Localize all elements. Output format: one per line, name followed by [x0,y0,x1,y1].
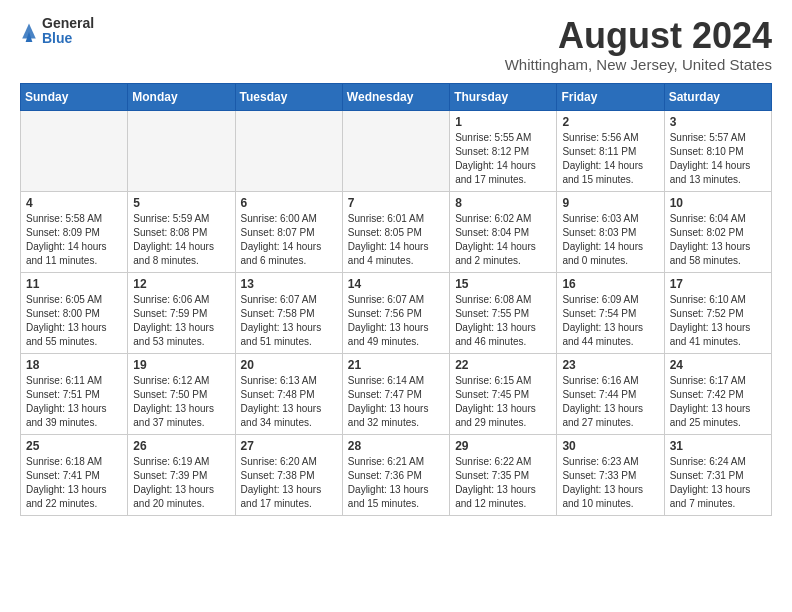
day-number: 30 [562,439,658,453]
location-title: Whittingham, New Jersey, United States [505,56,772,73]
calendar-cell: 4Sunrise: 5:58 AM Sunset: 8:09 PM Daylig… [21,191,128,272]
day-info: Sunrise: 6:14 AM Sunset: 7:47 PM Dayligh… [348,374,444,430]
calendar-week-row: 25Sunrise: 6:18 AM Sunset: 7:41 PM Dayli… [21,434,772,515]
day-info: Sunrise: 6:12 AM Sunset: 7:50 PM Dayligh… [133,374,229,430]
calendar-cell: 1Sunrise: 5:55 AM Sunset: 8:12 PM Daylig… [450,110,557,191]
day-info: Sunrise: 6:16 AM Sunset: 7:44 PM Dayligh… [562,374,658,430]
day-number: 6 [241,196,337,210]
calendar-week-row: 11Sunrise: 6:05 AM Sunset: 8:00 PM Dayli… [21,272,772,353]
day-number: 17 [670,277,766,291]
logo-general: General [42,16,94,31]
day-info: Sunrise: 6:09 AM Sunset: 7:54 PM Dayligh… [562,293,658,349]
header-sunday: Sunday [21,83,128,110]
logo: General Blue [20,16,94,47]
day-info: Sunrise: 6:17 AM Sunset: 7:42 PM Dayligh… [670,374,766,430]
day-number: 7 [348,196,444,210]
day-number: 5 [133,196,229,210]
day-info: Sunrise: 5:57 AM Sunset: 8:10 PM Dayligh… [670,131,766,187]
day-number: 20 [241,358,337,372]
day-info: Sunrise: 6:13 AM Sunset: 7:48 PM Dayligh… [241,374,337,430]
calendar-cell: 17Sunrise: 6:10 AM Sunset: 7:52 PM Dayli… [664,272,771,353]
page-header: General Blue August 2024 Whittingham, Ne… [20,16,772,73]
day-number: 23 [562,358,658,372]
day-info: Sunrise: 6:00 AM Sunset: 8:07 PM Dayligh… [241,212,337,268]
header-friday: Friday [557,83,664,110]
calendar-cell: 7Sunrise: 6:01 AM Sunset: 8:05 PM Daylig… [342,191,449,272]
calendar-cell: 6Sunrise: 6:00 AM Sunset: 8:07 PM Daylig… [235,191,342,272]
calendar-cell: 21Sunrise: 6:14 AM Sunset: 7:47 PM Dayli… [342,353,449,434]
day-info: Sunrise: 6:02 AM Sunset: 8:04 PM Dayligh… [455,212,551,268]
day-info: Sunrise: 6:07 AM Sunset: 7:58 PM Dayligh… [241,293,337,349]
calendar-cell: 15Sunrise: 6:08 AM Sunset: 7:55 PM Dayli… [450,272,557,353]
day-number: 22 [455,358,551,372]
day-info: Sunrise: 6:11 AM Sunset: 7:51 PM Dayligh… [26,374,122,430]
day-number: 19 [133,358,229,372]
calendar-cell: 27Sunrise: 6:20 AM Sunset: 7:38 PM Dayli… [235,434,342,515]
day-number: 13 [241,277,337,291]
day-info: Sunrise: 5:55 AM Sunset: 8:12 PM Dayligh… [455,131,551,187]
day-info: Sunrise: 6:18 AM Sunset: 7:41 PM Dayligh… [26,455,122,511]
day-info: Sunrise: 6:07 AM Sunset: 7:56 PM Dayligh… [348,293,444,349]
calendar-cell: 13Sunrise: 6:07 AM Sunset: 7:58 PM Dayli… [235,272,342,353]
calendar-cell [128,110,235,191]
day-number: 11 [26,277,122,291]
title-section: August 2024 Whittingham, New Jersey, Uni… [505,16,772,73]
calendar-cell: 8Sunrise: 6:02 AM Sunset: 8:04 PM Daylig… [450,191,557,272]
calendar-week-row: 18Sunrise: 6:11 AM Sunset: 7:51 PM Dayli… [21,353,772,434]
day-number: 10 [670,196,766,210]
day-number: 8 [455,196,551,210]
calendar-cell: 24Sunrise: 6:17 AM Sunset: 7:42 PM Dayli… [664,353,771,434]
day-number: 18 [26,358,122,372]
calendar-cell: 10Sunrise: 6:04 AM Sunset: 8:02 PM Dayli… [664,191,771,272]
month-title: August 2024 [505,16,772,56]
calendar-header-row: SundayMondayTuesdayWednesdayThursdayFrid… [21,83,772,110]
day-info: Sunrise: 6:01 AM Sunset: 8:05 PM Dayligh… [348,212,444,268]
day-info: Sunrise: 6:22 AM Sunset: 7:35 PM Dayligh… [455,455,551,511]
day-number: 29 [455,439,551,453]
logo-text: General Blue [42,16,94,47]
day-number: 4 [26,196,122,210]
day-info: Sunrise: 6:08 AM Sunset: 7:55 PM Dayligh… [455,293,551,349]
header-wednesday: Wednesday [342,83,449,110]
day-info: Sunrise: 6:19 AM Sunset: 7:39 PM Dayligh… [133,455,229,511]
calendar-cell: 18Sunrise: 6:11 AM Sunset: 7:51 PM Dayli… [21,353,128,434]
header-saturday: Saturday [664,83,771,110]
calendar-cell: 26Sunrise: 6:19 AM Sunset: 7:39 PM Dayli… [128,434,235,515]
day-info: Sunrise: 6:20 AM Sunset: 7:38 PM Dayligh… [241,455,337,511]
day-number: 27 [241,439,337,453]
day-info: Sunrise: 6:06 AM Sunset: 7:59 PM Dayligh… [133,293,229,349]
day-number: 15 [455,277,551,291]
calendar-cell: 12Sunrise: 6:06 AM Sunset: 7:59 PM Dayli… [128,272,235,353]
calendar-cell: 22Sunrise: 6:15 AM Sunset: 7:45 PM Dayli… [450,353,557,434]
day-number: 1 [455,115,551,129]
calendar-cell: 5Sunrise: 5:59 AM Sunset: 8:08 PM Daylig… [128,191,235,272]
header-thursday: Thursday [450,83,557,110]
calendar-cell: 2Sunrise: 5:56 AM Sunset: 8:11 PM Daylig… [557,110,664,191]
calendar-cell [342,110,449,191]
calendar-cell: 29Sunrise: 6:22 AM Sunset: 7:35 PM Dayli… [450,434,557,515]
logo-icon [20,20,38,42]
day-info: Sunrise: 6:03 AM Sunset: 8:03 PM Dayligh… [562,212,658,268]
day-number: 14 [348,277,444,291]
calendar-cell: 20Sunrise: 6:13 AM Sunset: 7:48 PM Dayli… [235,353,342,434]
day-info: Sunrise: 6:21 AM Sunset: 7:36 PM Dayligh… [348,455,444,511]
calendar-cell: 23Sunrise: 6:16 AM Sunset: 7:44 PM Dayli… [557,353,664,434]
calendar-cell: 25Sunrise: 6:18 AM Sunset: 7:41 PM Dayli… [21,434,128,515]
day-info: Sunrise: 5:59 AM Sunset: 8:08 PM Dayligh… [133,212,229,268]
calendar-cell: 30Sunrise: 6:23 AM Sunset: 7:33 PM Dayli… [557,434,664,515]
calendar-cell: 31Sunrise: 6:24 AM Sunset: 7:31 PM Dayli… [664,434,771,515]
day-info: Sunrise: 6:10 AM Sunset: 7:52 PM Dayligh… [670,293,766,349]
day-number: 12 [133,277,229,291]
day-info: Sunrise: 5:56 AM Sunset: 8:11 PM Dayligh… [562,131,658,187]
day-info: Sunrise: 6:15 AM Sunset: 7:45 PM Dayligh… [455,374,551,430]
day-number: 31 [670,439,766,453]
day-info: Sunrise: 6:05 AM Sunset: 8:00 PM Dayligh… [26,293,122,349]
day-number: 25 [26,439,122,453]
calendar-cell: 28Sunrise: 6:21 AM Sunset: 7:36 PM Dayli… [342,434,449,515]
calendar-cell: 16Sunrise: 6:09 AM Sunset: 7:54 PM Dayli… [557,272,664,353]
logo-blue: Blue [42,31,94,46]
day-number: 21 [348,358,444,372]
day-number: 28 [348,439,444,453]
calendar-cell: 19Sunrise: 6:12 AM Sunset: 7:50 PM Dayli… [128,353,235,434]
day-info: Sunrise: 6:04 AM Sunset: 8:02 PM Dayligh… [670,212,766,268]
